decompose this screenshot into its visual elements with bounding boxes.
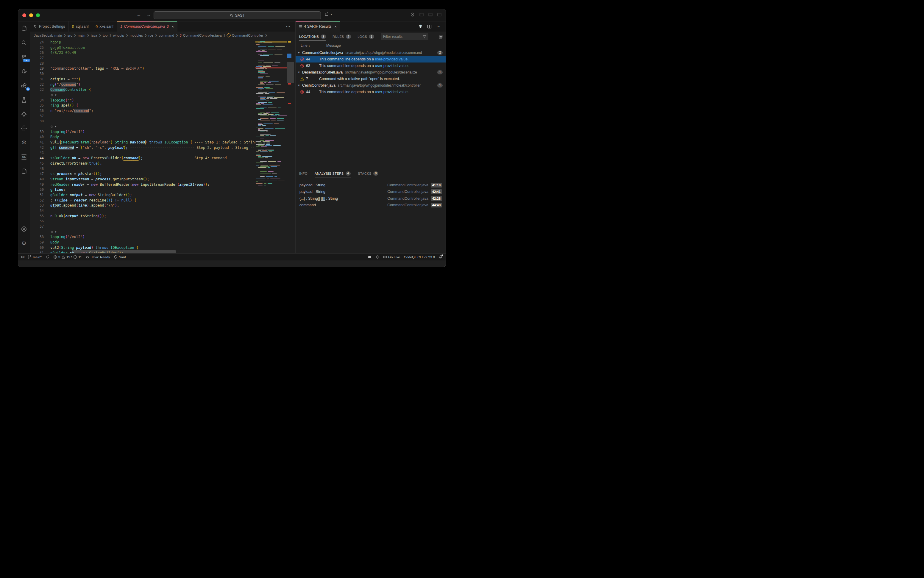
code-line[interactable]: 32ng("/command")	[30, 82, 255, 88]
result-group-row[interactable]: ▼CommandController.javasrc/main/java/top…	[296, 49, 446, 56]
code-line[interactable]: 42g[] command = {"sh", "-c", payload}; -…	[30, 145, 255, 151]
close-icon[interactable]: ×	[172, 24, 174, 29]
inline-ai-actions[interactable]: ▼	[30, 229, 255, 235]
breadcrumb-item[interactable]: rce	[149, 33, 153, 37]
run-debug-icon[interactable]	[20, 67, 28, 75]
code-line[interactable]: 50g line;	[30, 187, 255, 193]
inline-ai-actions[interactable]: ▼	[30, 93, 255, 98]
analysis-step-row[interactable]: payload : StringCommandController.java41…	[296, 182, 446, 189]
tab-locations[interactable]: LOCATIONS3	[299, 32, 326, 42]
close-icon[interactable]: ×	[335, 24, 337, 29]
toggle-primary-sidebar-icon[interactable]	[419, 13, 424, 17]
breadcrumb-item[interactable]: CommandController.java	[183, 33, 222, 37]
code-line[interactable]: 37	[30, 114, 255, 119]
code-line[interactable]: 58lapping("/vul2")	[30, 235, 255, 240]
customize-layout-icon[interactable]	[411, 13, 415, 17]
code-line[interactable]: 39lapping("/vul1")	[30, 130, 255, 135]
horizontal-scrollbar[interactable]	[72, 250, 176, 253]
breadcrumb-item[interactable]: top	[103, 33, 107, 37]
python-icon[interactable]	[20, 124, 28, 132]
code-line[interactable]: 25gojp@foxmail.com	[30, 45, 255, 50]
codeql-cli-version[interactable]: CodeQL CLI v2.23.8	[404, 255, 435, 259]
code-line[interactable]: 51gBuilder output = new StringBuilder();	[30, 193, 255, 198]
analysis-step-row[interactable]: payload : StringCommandController.java42…	[296, 188, 446, 195]
code-line[interactable]: 30	[30, 71, 255, 77]
openai-icon[interactable]: ✻	[20, 138, 28, 147]
code-line[interactable]: 52: ((line = reader.readLine()) != null)…	[30, 198, 255, 203]
breadcrumb-item[interactable]: whgojp	[113, 33, 124, 37]
code-line[interactable]: 44ssBuilder pb = new ProcessBuilder(comm…	[30, 156, 255, 161]
code-line[interactable]: 48Stream inputStream = process.getInputS…	[30, 177, 255, 182]
code-editor[interactable]: 24hgojp25gojp@foxmail.com264/8/23 09:492…	[30, 39, 295, 253]
settings-icon[interactable]: ⚙	[20, 239, 28, 247]
code-line[interactable]: 59Body	[30, 240, 255, 245]
analysis-step-row[interactable]: {...} : String[] [[]] : StringCommandCon…	[296, 195, 446, 202]
testing-icon[interactable]	[20, 96, 28, 104]
code-line[interactable]: 46	[30, 166, 255, 172]
sync-changes-button[interactable]	[45, 255, 49, 259]
result-row[interactable]: 63This command line depends on a user-pr…	[296, 63, 446, 69]
filter-icon[interactable]	[422, 34, 427, 39]
result-group-row[interactable]: ▼CeshiController.javasrc/main/java/top/w…	[296, 82, 446, 89]
filter-results-box[interactable]	[381, 33, 429, 40]
result-message-link[interactable]: user-provided value.	[375, 64, 409, 68]
ai-assistant-icon[interactable]	[20, 110, 28, 118]
code-line[interactable]: 34lapping("")	[30, 98, 255, 103]
vertical-scrollbar[interactable]	[287, 62, 294, 83]
split-editor-icon[interactable]	[427, 24, 432, 29]
toggle-secondary-sidebar-icon[interactable]	[437, 13, 442, 17]
minimize-window-button[interactable]	[29, 13, 33, 17]
breadcrumb-item[interactable]: JavaSecLab-main	[34, 33, 62, 37]
extensions-icon[interactable]: ⚠	[20, 81, 28, 89]
result-group-row[interactable]: ▼DeserializationShell.javasrc/main/java/…	[296, 69, 446, 76]
problems-item[interactable]: 3 197 11	[53, 255, 82, 259]
remote-window-icon[interactable]: ><	[21, 255, 24, 259]
code-line[interactable]: 55n R.ok(output.toString());	[30, 214, 255, 219]
code-line[interactable]: 24hgojp	[30, 40, 255, 45]
code-line[interactable]: 29"CommandController", tags = "RCE — 命令注…	[30, 66, 255, 71]
codeql-icon[interactable]: QL	[20, 153, 28, 161]
tab-sql-sarif[interactable]: {}sql.sarif	[69, 21, 92, 32]
close-window-button[interactable]	[22, 13, 26, 17]
maximize-window-button[interactable]	[36, 13, 40, 17]
code-line[interactable]: 28	[30, 61, 255, 67]
code-line[interactable]: 264/8/23 09:49	[30, 50, 255, 56]
toggle-panel-icon[interactable]	[429, 13, 432, 17]
tab-stacks[interactable]: STACKS0	[358, 168, 378, 179]
code-line[interactable]: 54	[30, 208, 255, 214]
result-message-link[interactable]: user-provided value.	[375, 90, 409, 94]
editor-more-actions-icon[interactable]: ⋯	[286, 24, 295, 29]
navigate-forward-icon[interactable]: →	[146, 12, 151, 17]
tab-rules[interactable]: RULES2	[333, 32, 351, 42]
java-status-item[interactable]: Java: Ready	[86, 255, 110, 259]
result-row[interactable]: 7Command with a relative path 'open' is …	[296, 76, 446, 82]
tab-analysis-steps[interactable]: ANALYSIS STEPS4	[315, 168, 351, 179]
breadcrumb-item[interactable]: src	[68, 33, 72, 37]
inline-ai-actions[interactable]: ▼	[30, 124, 255, 130]
git-branch-item[interactable]: main*	[28, 255, 41, 259]
tab-logs[interactable]: LOGS1	[357, 32, 374, 42]
account-icon[interactable]	[20, 225, 28, 233]
tab-sarif-results[interactable]: ☰ 4 SARIF Results ×	[296, 21, 340, 32]
tab-xxe-sarif[interactable]: {}xxe.sarif	[92, 21, 117, 32]
code-line[interactable]: 57	[30, 224, 255, 229]
tab-commandcontroller-java[interactable]: JCommandController.java3×	[117, 21, 177, 32]
code-line[interactable]: 31origins = "*")	[30, 77, 255, 82]
more-actions-icon[interactable]: ⋯	[437, 24, 441, 29]
code-line[interactable]: 49redReader reader = new BufferedReader(…	[30, 182, 255, 188]
source-control-icon[interactable]: 1K+	[20, 53, 28, 61]
code-line[interactable]: 40Body	[30, 135, 255, 140]
sarif-status-item[interactable]: Sarif	[114, 255, 126, 259]
column-line[interactable]: Line	[300, 44, 307, 48]
code-line[interactable]: 47ss process = pb.start();	[30, 171, 255, 177]
files-icon[interactable]	[20, 24, 28, 32]
breadcrumb[interactable]: JavaSecLab-main❯src❯main❯java❯top❯whgojp…	[30, 32, 295, 39]
copilot-status-item[interactable]	[368, 255, 372, 259]
minimap[interactable]	[255, 39, 287, 253]
breadcrumb-item[interactable]: java	[91, 33, 97, 37]
code-line[interactable]: 38	[30, 119, 255, 124]
result-row[interactable]: 44This command line depends on a user-pr…	[296, 56, 446, 63]
column-message[interactable]: Message	[326, 44, 341, 48]
ai-assistant-status-item[interactable]	[375, 255, 379, 259]
breadcrumb-item[interactable]: command	[159, 33, 174, 37]
